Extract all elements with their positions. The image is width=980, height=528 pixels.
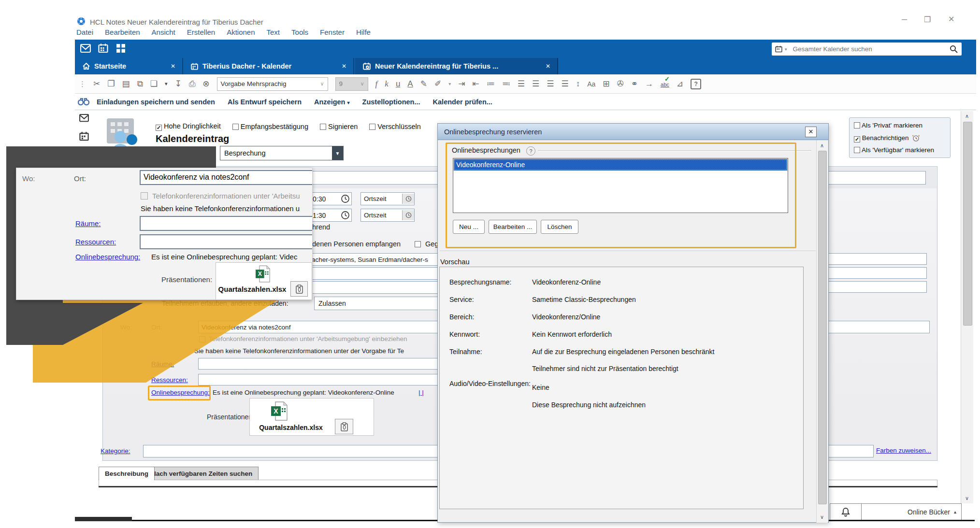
link-icon[interactable]: ⚭ <box>631 80 638 88</box>
chevron-down-icon[interactable]: ▾ <box>165 81 168 86</box>
menu-aktionen[interactable]: Aktionen <box>227 28 255 36</box>
menu-bearbeiten[interactable]: Bearbeiten <box>105 28 140 36</box>
location-selector[interactable]: Online Bücker ▴ <box>862 504 961 520</box>
forward-icon[interactable]: → <box>645 80 653 88</box>
chevron-down-icon[interactable]: ▾ <box>448 82 451 86</box>
new-document-icon[interactable]: ❏ <box>150 80 158 88</box>
action-zustelloptionen[interactable]: Zustelloptionen... <box>362 98 420 106</box>
import-icon[interactable]: ↧ <box>174 80 181 88</box>
menu-fenster[interactable]: Fenster <box>320 28 345 36</box>
raeume-input[interactable] <box>198 358 464 370</box>
menu-text[interactable]: Text <box>267 28 280 36</box>
raeume-link[interactable]: Räume: <box>151 360 174 368</box>
menu-ansicht[interactable]: Ansicht <box>152 28 175 36</box>
search-scope-caret-icon[interactable]: ▾ <box>785 47 787 52</box>
bullet-list-icon[interactable]: ≔ <box>487 80 495 88</box>
justify-icon[interactable]: ☰ <box>561 80 568 88</box>
private-checkbox[interactable]: Als 'Privat' markieren <box>854 122 922 129</box>
copy-link-icon[interactable]: ⧉ <box>137 80 143 88</box>
outdent-icon[interactable]: ⇤ <box>472 80 479 88</box>
calendar-banner-icon[interactable] <box>98 43 108 53</box>
line-spacing-icon[interactable]: ↕ <box>576 80 580 88</box>
scroll-down-icon[interactable]: ∨ <box>820 514 824 520</box>
notifications-cell[interactable] <box>830 504 862 520</box>
tab-neuer-kalendereintrag[interactable]: Neuer Kalendereintrag für Tiberius ... ✕ <box>355 58 558 74</box>
menu-datei[interactable]: Datei <box>76 28 93 36</box>
subject-input-fragment[interactable] <box>827 171 926 185</box>
cut-icon[interactable]: ✂ <box>93 80 100 88</box>
ort-input[interactable]: Videokonferenz via notes2conf <box>198 321 464 333</box>
onlinebesprechung-link[interactable]: Onlinebesprechung: <box>75 253 140 261</box>
onlinebesprechung-link[interactable]: Onlinebesprechung: <box>151 389 210 396</box>
italic-icon[interactable]: k <box>385 80 389 88</box>
pen-icon[interactable]: ✎ <box>420 80 427 88</box>
numbered-list-icon[interactable]: ≕ <box>502 80 510 88</box>
scroll-up-icon[interactable]: ∧ <box>820 143 824 148</box>
tab-close-icon[interactable]: ✕ <box>171 63 175 70</box>
ressourcen-input[interactable] <box>140 234 313 249</box>
copy-icon[interactable]: ❐ <box>107 80 115 88</box>
ressourcen-link[interactable]: Ressourcen: <box>75 238 116 246</box>
attendee-input-fragment[interactable] <box>827 267 927 279</box>
phone-info-checkbox[interactable] <box>199 336 205 342</box>
search-icon[interactable] <box>950 45 958 53</box>
apps-grid-icon[interactable] <box>116 44 125 53</box>
dialog-titlebar[interactable]: Onlinebesprechung reservieren ✕ <box>438 124 828 140</box>
neu-button[interactable]: Neu ... <box>453 220 485 234</box>
end-timezone-dropdown[interactable]: Ortszeit <box>360 209 415 222</box>
close-button[interactable]: ✕ <box>948 14 954 24</box>
attachment-card[interactable]: X Quartalszahlen.xlsx <box>249 398 374 436</box>
receipt-checkbox[interactable]: Empfangsbestätigung <box>232 123 308 130</box>
text-color-icon[interactable]: A <box>407 80 413 88</box>
action-kalender-pruefen[interactable]: Kalender prüfen... <box>433 98 492 106</box>
raeume-link[interactable]: Räume: <box>75 219 101 228</box>
binoculars-icon[interactable] <box>78 97 89 106</box>
dialog-close-icon[interactable]: ✕ <box>805 127 817 137</box>
spellcheck-icon[interactable]: abc ✓ <box>661 80 669 88</box>
help-icon[interactable]: ? <box>691 79 701 89</box>
tab-beschreibung[interactable]: Beschreibung <box>99 467 155 480</box>
action-entwurf-speichern[interactable]: Als Entwurf speichern <box>228 98 302 106</box>
scroll-down-icon[interactable]: ∨ <box>965 496 969 501</box>
clipboard-icon[interactable] <box>335 419 353 434</box>
urgent-checkbox[interactable]: Hohe Dringlichkeit <box>156 122 221 131</box>
align-right-icon[interactable]: ☰ <box>547 80 554 88</box>
paragraph-style-dropdown[interactable]: Vorgabe Mehrsprachig ∨ <box>217 77 328 91</box>
available-checkbox[interactable]: Als 'Verfügbar' markieren <box>854 146 934 154</box>
sidebar-contacts-icon[interactable] <box>80 149 88 158</box>
tab-verfuegbare-zeiten[interactable]: Nach verfügbaren Zeiten suchen <box>145 467 259 480</box>
calendar-search-box[interactable]: ▾ <box>772 43 962 56</box>
online-more-fragment[interactable]: | | <box>418 389 424 396</box>
menu-erstellen[interactable]: Erstellen <box>187 28 215 36</box>
ort-input[interactable]: Videokonferenz via notes2conf <box>140 170 313 185</box>
window-bottom-handle[interactable] <box>75 517 132 521</box>
tab-close-icon[interactable]: ✕ <box>546 63 550 70</box>
action-anzeigen[interactable]: Anzeigen ▾ <box>314 98 350 106</box>
delete-icon[interactable]: ⊗ <box>202 80 209 88</box>
restore-button[interactable]: ❐ <box>924 15 931 24</box>
bold-icon[interactable]: f <box>375 80 378 88</box>
action-einladungen-senden[interactable]: Einladungen speichern und senden <box>97 98 215 106</box>
main-scrollbar[interactable]: ∧ ∨ <box>961 111 973 503</box>
ruler-icon[interactable]: ⊿ <box>677 80 683 88</box>
sign-checkbox[interactable]: Signieren <box>320 123 358 130</box>
menu-hilfe[interactable]: Hilfe <box>356 28 371 36</box>
sidebar-calendar-icon[interactable] <box>79 131 89 141</box>
underline-icon[interactable]: u <box>396 80 400 88</box>
bearbeiten-button[interactable]: Bearbeiten ... <box>489 220 537 234</box>
start-timezone-dropdown[interactable]: Ortszeit <box>360 192 415 205</box>
tab-close-icon[interactable]: ✕ <box>342 63 346 70</box>
clipboard-icon[interactable] <box>290 281 308 297</box>
dialog-scrollbar[interactable]: ∧ ∨ <box>816 140 828 523</box>
counter-checkbox[interactable] <box>415 241 421 247</box>
farben-zuweisen-link[interactable]: Farben zuweisen... <box>876 447 931 454</box>
align-left-icon[interactable]: ☰ <box>518 80 525 88</box>
scroll-up-icon[interactable]: ∧ <box>965 114 969 119</box>
ressourcen-input[interactable] <box>198 374 464 385</box>
attachment-card[interactable]: X Quartalszahlen.xlsx <box>216 262 312 300</box>
font-size-dropdown[interactable]: 9 ∨ <box>335 77 368 91</box>
kategorie-link[interactable]: Kategorie: <box>101 447 130 455</box>
clock-icon[interactable] <box>341 211 350 220</box>
align-center-icon[interactable]: ☰ <box>532 80 539 88</box>
paste-icon[interactable]: ▤ <box>122 80 130 88</box>
